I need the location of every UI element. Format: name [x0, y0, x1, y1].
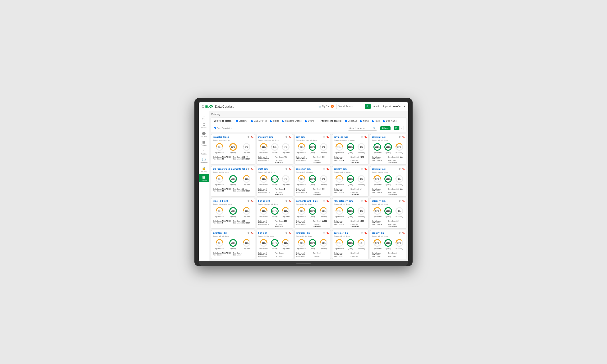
cart-area[interactable]: 🛒 My Cart 1 — [318, 105, 334, 108]
card-title[interactable]: country_dim — [334, 168, 347, 170]
card-title[interactable]: staff_dim — [258, 168, 268, 170]
eye-icon[interactable]: 👁 — [247, 168, 250, 170]
eye-icon[interactable]: 👁 — [247, 232, 250, 234]
name-search-input[interactable] — [348, 127, 372, 130]
eye-icon[interactable]: 👁 — [323, 200, 325, 202]
card-icons: 👁 🔖 — [247, 232, 253, 234]
eye-icon[interactable]: 👁 — [285, 232, 288, 234]
eye-icon[interactable]: 👁 — [361, 168, 363, 170]
bookmark-icon[interactable]: 🔖 — [326, 136, 329, 138]
card-title[interactable]: jm3_transformed_payments_table — [213, 168, 247, 170]
eye-icon[interactable]: 👁 — [361, 232, 363, 234]
bookmark-icon[interactable]: 🔖 — [402, 232, 405, 234]
name-search-button[interactable]: 🔍 — [372, 127, 377, 130]
sidebar-item-source[interactable]: ⬡ Source — [199, 122, 209, 130]
bookmark-icon[interactable]: 🔖 — [364, 200, 367, 202]
list-view-button[interactable]: ≡ — [399, 126, 404, 130]
select-all-checkbox[interactable] — [236, 120, 238, 122]
bookmark-icon[interactable]: 🔖 — [402, 136, 405, 138]
card-title[interactable]: country_dim — [372, 232, 385, 234]
bookmark-icon[interactable]: 🔖 — [289, 200, 291, 202]
bookmark-icon[interactable]: 🔖 — [364, 232, 367, 234]
sidebar-item-ops[interactable]: ⊞ Ops — [199, 113, 209, 121]
card-title[interactable]: films_id_1_100 — [213, 200, 228, 202]
card-title[interactable]: film_dim — [258, 232, 267, 234]
eye-icon[interactable]: 👁 — [323, 168, 325, 170]
operational-metric: 50% Operational — [259, 238, 268, 249]
card-title[interactable]: payment_fact — [334, 136, 348, 138]
card-title[interactable]: category_dim — [372, 200, 386, 202]
eye-icon[interactable]: 👁 — [399, 168, 401, 170]
sidebar-item-prepare[interactable]: ▦ Prepare — [199, 139, 209, 147]
card-title[interactable]: customer_dim — [334, 232, 349, 234]
bookmark-icon[interactable]: 🔖 — [326, 232, 329, 234]
card-title[interactable]: inventory_dim — [213, 232, 227, 234]
sidebar-item-catalog[interactable]: ▦ Catalog — [199, 174, 209, 182]
qyos-checkbox[interactable] — [305, 120, 307, 122]
quality-value: 100% — [386, 178, 391, 180]
fields-checkbox[interactable] — [270, 120, 272, 122]
bus-desc-checkbox[interactable] — [214, 127, 216, 129]
bookmark-icon[interactable]: 🔖 — [289, 168, 291, 170]
quality-donut: 100% — [384, 174, 393, 183]
operational-donut: 50% — [297, 238, 306, 247]
global-search-input[interactable] — [336, 105, 365, 108]
card-title[interactable]: film_id_100 — [258, 200, 270, 202]
card-title[interactable]: tmanglac_Sales — [213, 136, 229, 138]
bookmark-icon[interactable]: 🔖 — [251, 232, 253, 234]
eye-icon[interactable]: 👁 — [285, 136, 288, 138]
eye-icon[interactable]: 👁 — [361, 136, 363, 138]
support-link[interactable]: Support — [383, 105, 391, 108]
bookmark-icon[interactable]: 🔖 — [402, 200, 405, 202]
eye-icon[interactable]: 👁 — [247, 136, 250, 138]
bookmark-icon[interactable]: 🔖 — [402, 168, 405, 170]
card-title[interactable]: language_dim — [296, 232, 311, 234]
tags-checkbox[interactable] — [372, 120, 374, 122]
user-label[interactable]: rarofyr — [393, 105, 401, 108]
bookmark-icon[interactable]: 🔖 — [364, 168, 367, 170]
bookmark-icon[interactable]: 🔖 — [364, 136, 367, 138]
eye-icon[interactable]: 👁 — [323, 232, 325, 234]
card-title[interactable]: payment_fact — [372, 136, 385, 138]
card-title[interactable]: inventory_dim — [258, 136, 273, 138]
card-title[interactable]: customer_dim — [296, 168, 311, 170]
bookmark-icon[interactable]: 🔖 — [326, 200, 329, 202]
card-title[interactable]: payments_with_dims — [296, 200, 318, 202]
attr-select-all-checkbox[interactable] — [345, 120, 347, 122]
filters-button[interactable]: Filters — [380, 126, 391, 130]
card-title[interactable]: payment_fact — [372, 168, 385, 170]
global-search-button[interactable]: 🔍 — [365, 104, 370, 109]
user-dropdown-icon[interactable]: ▼ — [403, 105, 406, 108]
standard-entities-checkbox[interactable] — [282, 120, 284, 122]
filter-bus-name: Bus. Name — [383, 120, 397, 122]
bookmark-icon[interactable]: 🔖 — [251, 200, 253, 202]
name-search[interactable]: 🔍 — [348, 126, 377, 130]
eye-icon[interactable]: 👁 — [399, 232, 401, 234]
eye-icon[interactable]: 👁 — [285, 168, 288, 170]
bookmark-icon[interactable]: 🔖 — [289, 232, 291, 234]
global-search[interactable]: 🔍 — [336, 104, 371, 109]
eye-icon[interactable]: 👁 — [399, 136, 401, 138]
bookmark-icon[interactable]: 🔖 — [251, 168, 253, 170]
grid-view-button[interactable]: ⊞ — [394, 126, 399, 130]
eye-icon[interactable]: 👁 — [285, 200, 288, 202]
eye-icon[interactable]: 👁 — [399, 200, 401, 202]
admin-link[interactable]: Admin — [373, 105, 380, 108]
card-source: Source: jz2_iot_demo — [334, 203, 367, 205]
card-title[interactable]: city_dim — [296, 136, 305, 138]
bookmark-icon[interactable]: 🔖 — [251, 136, 253, 138]
eye-icon[interactable]: 👁 — [323, 136, 325, 138]
card-header: film_id_100 👁 🔖 — [258, 200, 291, 202]
bus-name-checkbox[interactable] — [383, 120, 385, 122]
bookmark-icon[interactable]: 🔖 — [289, 136, 291, 138]
sidebar-item-scheduler[interactable]: 🕐 Scheduler — [199, 157, 209, 165]
data-sources-checkbox[interactable] — [251, 120, 253, 122]
sidebar-item-publish[interactable]: ↑ Publish — [199, 148, 209, 156]
sidebar-item-discover[interactable]: ⬤ Discover — [199, 130, 209, 138]
card-title[interactable]: film_category_dim — [334, 200, 353, 202]
eye-icon[interactable]: 👁 — [247, 200, 250, 202]
eye-icon[interactable]: 👁 — [361, 200, 363, 202]
name-checkbox[interactable] — [360, 120, 362, 122]
sidebar-item-security[interactable]: 🔒 Security — [199, 165, 209, 173]
bookmark-icon[interactable]: 🔖 — [326, 168, 329, 170]
